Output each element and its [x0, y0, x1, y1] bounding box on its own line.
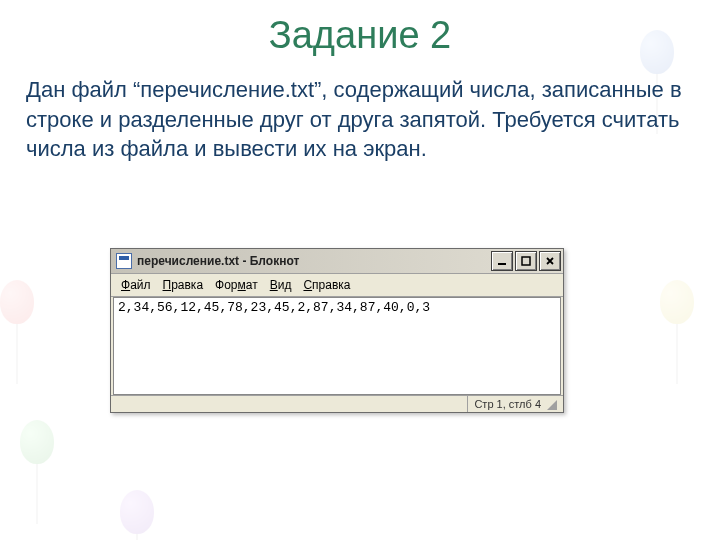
svg-rect-1 [522, 257, 530, 265]
window-title: перечисление.txt - Блокнот [137, 254, 299, 268]
notepad-text-area[interactable]: 2,34,56,12,45,78,23,45,2,87,34,87,40,0,3 [113, 297, 561, 395]
menu-format[interactable]: Формат [211, 277, 262, 293]
notepad-app-icon [116, 253, 132, 269]
slide-body-text: Дан файл “перечисление.txt”, содержащий … [0, 57, 720, 164]
menu-file[interactable]: Файл [117, 277, 155, 293]
slide-title: Задание 2 [0, 0, 720, 57]
slide: Задание 2 Дан файл “перечисление.txt”, с… [0, 0, 720, 540]
menu-edit[interactable]: Правка [159, 277, 208, 293]
notepad-window: перечисление.txt - Блокнот Файл Правка Ф… [110, 248, 564, 413]
statusbar: Стр 1, стлб 4 [111, 395, 563, 412]
minimize-button[interactable] [491, 251, 513, 271]
close-button[interactable] [539, 251, 561, 271]
menu-help[interactable]: Справка [299, 277, 354, 293]
svg-rect-0 [498, 263, 506, 265]
status-cursor-pos: Стр 1, стлб 4 [467, 396, 563, 412]
menu-view[interactable]: Вид [266, 277, 296, 293]
resize-grip-icon[interactable] [547, 400, 557, 410]
titlebar[interactable]: перечисление.txt - Блокнот [111, 249, 563, 274]
menubar: Файл Правка Формат Вид Справка [111, 274, 563, 297]
maximize-button[interactable] [515, 251, 537, 271]
